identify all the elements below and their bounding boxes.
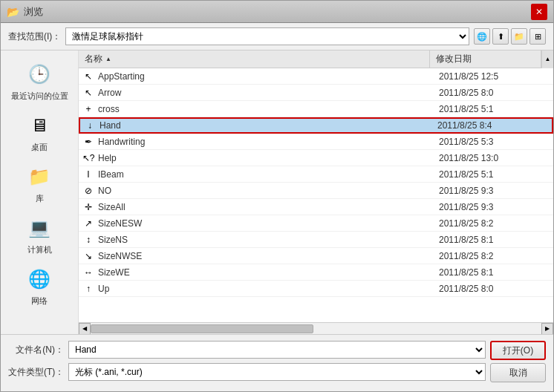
file-date: 2011/8/25 5:1 [439, 104, 550, 114]
window-title-icon: 📂 [7, 6, 19, 18]
sidebar-item-最近访问的位置[interactable]: 🕒 最近访问的位置 [6, 56, 73, 105]
open-button[interactable]: 打开(O) [490, 341, 546, 360]
file-icon: ✛ [82, 200, 95, 214]
folder-select[interactable]: 激情足球鼠标指针 [65, 27, 469, 45]
window-title: 浏览 [24, 5, 43, 19]
browser-window: 📂 浏览 ✕ 查找范围(I)： 激情足球鼠标指针 🌐 ⬆ 📁 ⊞ 🕒 最近访问的… [0, 0, 554, 392]
file-name: Handwriting [98, 137, 439, 147]
sidebar-icon: 💻 [25, 213, 54, 243]
filename-input[interactable]: Hand [68, 341, 486, 359]
sidebar-label: 计算机 [27, 244, 52, 255]
file-name: Up [98, 284, 439, 294]
file-name: cross [98, 104, 439, 114]
table-row[interactable]: I IBeam 2011/8/25 5:1 [79, 166, 553, 183]
file-icon: ✒ [82, 135, 95, 148]
toolbar-icons: 🌐 ⬆ 📁 ⊞ [474, 28, 546, 45]
filename-row: 文件名(N)： Hand [8, 341, 486, 359]
bottom-section: 文件名(N)： Hand 文件类型(T)： 光标 (*.ani, *.cur) … [1, 334, 553, 391]
file-date: 2011/8/25 13:0 [439, 153, 550, 163]
table-row[interactable]: ⊘ NO 2011/8/25 9:3 [79, 183, 553, 199]
filetype-row: 文件类型(T)： 光标 (*.ani, *.cur) [8, 363, 486, 381]
sidebar-icon: 🕒 [25, 59, 54, 89]
scroll-up-btn[interactable]: ▲ [541, 50, 553, 68]
col-header-date[interactable]: 修改日期 [430, 50, 541, 68]
sidebar-item-桌面[interactable]: 🖥 桌面 [6, 108, 73, 156]
sidebar-icon: 🌐 [25, 264, 54, 294]
file-date: 2011/8/25 8:0 [439, 88, 550, 98]
file-icon: I [82, 168, 95, 181]
filetype-select[interactable]: 光标 (*.ani, *.cur) [68, 363, 486, 381]
toolbar: 查找范围(I)： 激情足球鼠标指针 🌐 ⬆ 📁 ⊞ [1, 23, 553, 50]
sidebar-item-计算机[interactable]: 💻 计算机 [6, 210, 73, 258]
file-date: 2011/8/25 8:1 [439, 235, 550, 245]
horizontal-scrollbar[interactable]: ◀ ▶ [79, 322, 553, 334]
file-date: 2011/8/25 5:3 [439, 137, 550, 147]
file-icon: ⊘ [82, 184, 95, 197]
file-name: Arrow [98, 88, 439, 98]
table-row[interactable]: ✒ Handwriting 2011/8/25 5:3 [79, 134, 553, 150]
file-date: 2011/8/25 8:4 [437, 120, 549, 131]
file-name: SizeNS [98, 235, 439, 245]
file-list[interactable]: ↖ AppStarting 2011/8/25 12:5 ↖ Arrow 201… [79, 68, 553, 322]
table-row[interactable]: ↖ AppStarting 2011/8/25 12:5 [79, 68, 553, 85]
sidebar-icon: 🖥 [25, 111, 54, 140]
sidebar-label: 库 [36, 193, 44, 204]
file-date: 2011/8/25 9:3 [439, 202, 550, 212]
table-row[interactable]: ✛ SizeAll 2011/8/25 9:3 [79, 199, 553, 215]
file-icon: ↓ [83, 119, 97, 132]
toolbar-label: 查找范围(I)： [8, 30, 61, 43]
table-row[interactable]: ↓ Hand 2011/8/25 8:4 [79, 117, 553, 134]
file-icon: ↑ [82, 282, 95, 295]
table-row[interactable]: + cross 2011/8/25 5:1 [79, 101, 553, 117]
bottom-forms: 文件名(N)： Hand 文件类型(T)： 光标 (*.ani, *.cur) [8, 341, 486, 385]
file-icon: ↖? [82, 151, 95, 165]
filetype-label: 文件类型(T)： [8, 366, 64, 379]
file-name: SizeWE [98, 267, 439, 278]
buttons-col: 打开(O) 取消 [490, 341, 546, 382]
file-list-header: 名称 ▲ 修改日期 ▲ [79, 50, 553, 68]
file-icon: + [82, 102, 95, 116]
table-row[interactable]: ↕ SizeNS 2011/8/25 8:1 [79, 232, 553, 248]
file-date: 2011/8/25 12:5 [439, 71, 550, 82]
table-row[interactable]: ↘ SizeNWSE 2011/8/25 8:2 [79, 248, 553, 264]
title-bar-left: 📂 浏览 [7, 5, 43, 19]
scroll-x-thumb[interactable] [91, 324, 313, 333]
close-button[interactable]: ✕ [531, 4, 547, 20]
table-row[interactable]: ↖? Help 2011/8/25 13:0 [79, 150, 553, 166]
file-name: IBeam [98, 169, 439, 180]
bottom-main: 文件名(N)： Hand 文件类型(T)： 光标 (*.ani, *.cur) … [8, 341, 546, 385]
file-icon: ↗ [82, 217, 95, 230]
file-icon: ↕ [82, 233, 95, 246]
sidebar-label: 桌面 [31, 142, 48, 153]
file-name: Help [98, 153, 439, 163]
title-bar: 📂 浏览 ✕ [1, 1, 553, 23]
scroll-right-btn[interactable]: ▶ [541, 323, 553, 335]
sidebar-item-库[interactable]: 📁 库 [6, 159, 73, 207]
file-date: 2011/8/25 8:0 [439, 284, 550, 294]
file-date: 2011/8/25 8:2 [439, 251, 550, 261]
sidebar-label: 网络 [31, 295, 48, 307]
nav-up-button[interactable]: ⬆ [492, 28, 509, 45]
file-icon: ↘ [82, 249, 95, 263]
file-icon: ↔ [82, 266, 95, 279]
col-header-name[interactable]: 名称 ▲ [79, 50, 430, 68]
cancel-button[interactable]: 取消 [490, 363, 546, 382]
sidebar-item-网络[interactable]: 🌐 网络 [6, 261, 73, 310]
scroll-x-track[interactable] [91, 323, 541, 335]
table-row[interactable]: ↖ Arrow 2011/8/25 8:0 [79, 85, 553, 101]
file-date: 2011/8/25 5:1 [439, 169, 550, 180]
nav-back-button[interactable]: 🌐 [474, 28, 490, 45]
sort-arrow: ▲ [105, 56, 111, 62]
table-row[interactable]: ↑ Up 2011/8/25 8:0 [79, 281, 553, 297]
file-panel: 名称 ▲ 修改日期 ▲ ↖ AppStarting 2011/8/25 12:5… [79, 50, 553, 334]
new-folder-button[interactable]: 📁 [511, 28, 527, 45]
file-date: 2011/8/25 9:3 [439, 186, 550, 196]
file-name: SizeNESW [98, 218, 439, 229]
table-row[interactable]: ↔ SizeWE 2011/8/25 8:1 [79, 264, 553, 281]
filename-label: 文件名(N)： [8, 344, 64, 356]
file-name: AppStarting [98, 71, 439, 82]
view-button[interactable]: ⊞ [529, 28, 546, 45]
file-name: SizeAll [98, 202, 439, 212]
scroll-left-btn[interactable]: ◀ [79, 323, 91, 335]
table-row[interactable]: ↗ SizeNESW 2011/8/25 8:2 [79, 215, 553, 232]
